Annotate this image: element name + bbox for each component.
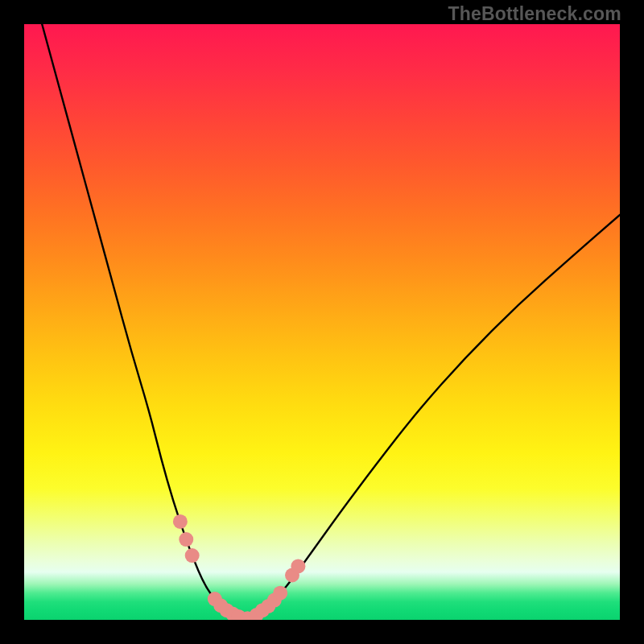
plot-area (24, 24, 620, 620)
chart-frame: TheBottleneck.com (0, 0, 644, 644)
marker-dot (291, 559, 305, 573)
chart-svg (24, 24, 620, 620)
marker-dot (185, 548, 200, 563)
watermark-text: TheBottleneck.com (448, 3, 621, 25)
gradient-background (24, 24, 620, 620)
marker-dot (179, 532, 193, 547)
marker-dot (273, 586, 287, 601)
marker-dot (173, 514, 188, 529)
